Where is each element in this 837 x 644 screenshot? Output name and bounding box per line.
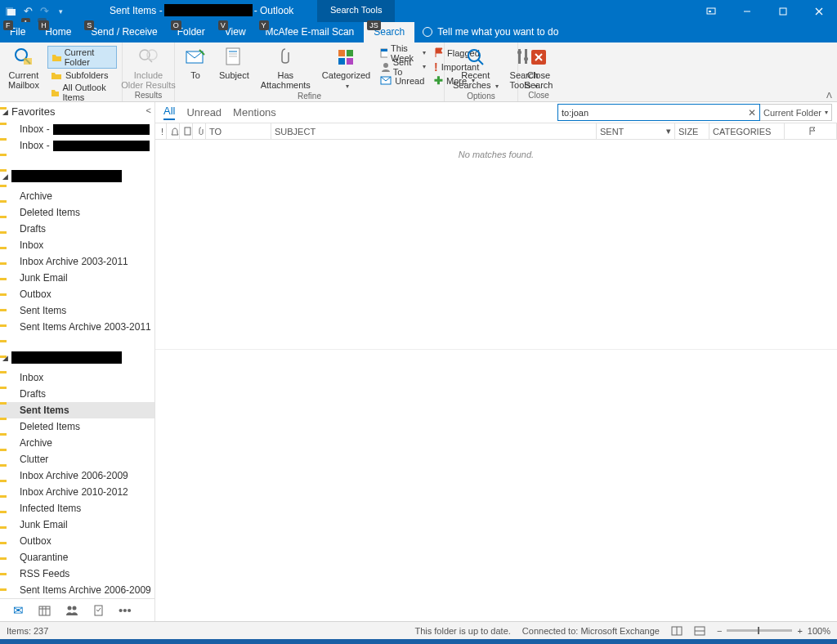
folder-item[interactable]: RSS Feeds [0,566,154,582]
folder-icon [51,70,62,80]
qat-dropdown[interactable]: ▾ [52,3,69,20]
tab-search[interactable]: SearchJS [364,22,414,42]
has-attachments-button[interactable]: Has Attachments [257,44,314,92]
recent-searches-button[interactable]: Recent Searches ▾ [450,44,502,92]
minimize-button[interactable] [729,0,765,22]
tab-folder[interactable]: FolderO [168,22,215,42]
maximize-button[interactable] [765,0,801,22]
svg-rect-21 [338,58,345,65]
bulb-icon [423,27,432,37]
all-outlook-items-button[interactable]: All Outlook Items [47,82,117,103]
subfolders-button[interactable]: Subfolders [47,69,117,81]
ribbon-display-options[interactable] [693,0,729,22]
group-label-refine: Refine [180,92,439,102]
title-bar: ↶1 ↷2 ▾ Sent Items - - Outlook Search To… [0,0,837,22]
zoom-slider[interactable] [727,629,792,632]
zoom-in-button[interactable]: + [797,626,802,636]
folder-item[interactable]: Drafts [0,386,154,402]
calendar-nav-icon[interactable] [38,605,51,616]
sent-to-button[interactable]: Sent To▾ [378,60,427,74]
folder-item[interactable]: Junk Email [0,270,154,286]
reminder-icon [171,127,179,136]
subject-button[interactable]: Subject [216,44,253,92]
search-scope-dropdown[interactable]: Current Folder▾ [760,104,832,121]
account-header[interactable]: ◢ [0,167,154,188]
mail-nav-icon[interactable]: ✉ [13,603,24,618]
current-mailbox-button[interactable]: Current Mailbox [5,44,43,103]
tab-file[interactable]: FileF [0,22,35,42]
zoom-out-button[interactable]: − [717,626,722,636]
folder-icon [51,87,60,97]
folder-item[interactable]: Inbox - [0,121,154,137]
account-header[interactable]: ◢ [0,348,154,369]
tab-mcafee[interactable]: McAfee E-mail ScanY [256,22,365,42]
folder-item[interactable]: Infected Items [0,500,154,517]
flag-column-icon [808,127,817,136]
svg-rect-20 [347,50,353,56]
folder-item[interactable]: Archive [0,435,154,451]
status-bar: Items: 237 This folder is up to date. Co… [0,621,837,639]
folder-item[interactable]: Inbox - [0,137,154,154]
folder-item[interactable]: Inbox Archive 2003-2011 [0,253,154,270]
tell-me-input[interactable]: Tell me what you want to do Q [414,26,566,42]
folder-item[interactable]: Junk Email [0,517,154,533]
filter-mentions[interactable]: Mentions [233,106,276,119]
include-older-results-button: Include Older Results [128,44,169,90]
categorized-button[interactable]: Categorized▾ [319,44,374,92]
no-matches-message: No matches found. [155,140,837,169]
svg-point-27 [468,50,480,61]
folder-item[interactable]: Deleted Items [0,418,154,435]
people-nav-icon[interactable] [65,605,78,615]
folder-item[interactable]: Deleted Items [0,204,154,221]
column-headers[interactable]: ! TO SUBJECT SENT▾ SIZE CATEGORIES [155,123,837,140]
svg-rect-3 [709,11,711,12]
folder-item[interactable]: Outbox [0,286,154,302]
svg-point-41 [73,606,77,610]
folder-item[interactable]: Outbox [0,533,154,549]
folder-item[interactable]: Inbox [0,237,154,253]
filter-all[interactable]: All [163,105,175,120]
more-nav-icon[interactable]: ••• [119,603,132,617]
folder-icon [51,52,61,62]
folder-item[interactable]: Archive [0,188,154,204]
folder-item[interactable]: Inbox Archive 2010-2012 [0,484,154,500]
qat-undo-button[interactable]: ↶1 [20,3,36,20]
calendar-icon [380,47,387,58]
qat-redo-button[interactable]: ↷2 [36,3,52,20]
message-list-area: All Unread Mentions to:joan✕ Current Fol… [155,102,837,621]
svg-point-25 [383,63,388,68]
plus-icon: ✚ [434,74,443,87]
search-input[interactable]: to:joan✕ [557,104,760,121]
to-button[interactable]: To [180,44,211,92]
folder-item[interactable]: Inbox [0,369,154,386]
folder-item[interactable]: Inbox Archive 2006-2009 [0,467,154,484]
svg-rect-24 [381,49,387,51]
tab-view[interactable]: ViewV [215,22,256,42]
svg-rect-10 [24,58,32,65]
filter-unread[interactable]: Unread [186,106,222,119]
icon-column-icon [184,127,192,136]
folder-item[interactable]: Drafts [0,221,154,237]
collapse-ribbon-button[interactable]: ᐱ [826,91,832,100]
favorites-header[interactable]: ◢Favorites [0,102,154,121]
folder-item[interactable]: Sent Items Archive 2003-2011 [0,319,154,335]
reading-pane-bottom-icon[interactable] [694,626,705,636]
current-folder-button[interactable]: Current Folder [47,46,117,69]
folder-item[interactable]: Quarantine [0,549,154,566]
tasks-nav-icon[interactable] [93,604,104,616]
unread-button[interactable]: Unread [378,74,427,87]
nav-switcher: ✉ ••• [0,598,154,621]
tab-home[interactable]: HomeH [35,22,81,42]
folder-item[interactable]: Sent Items Archive 2006-2009 [0,582,154,598]
close-button[interactable] [801,0,837,22]
folder-item[interactable]: Sent Items [0,302,154,319]
taskbar [0,639,837,644]
folder-item[interactable]: Clutter [0,451,154,467]
reading-pane-normal-icon[interactable] [671,626,683,636]
tab-send-receive[interactable]: Send / ReceiveS [81,22,167,42]
close-search-button[interactable]: Close Search [523,44,554,90]
svg-rect-36 [39,606,50,615]
folder-item[interactable]: Sent Items [0,402,154,418]
svg-point-13 [147,50,157,60]
clear-search-icon[interactable]: ✕ [748,107,756,119]
